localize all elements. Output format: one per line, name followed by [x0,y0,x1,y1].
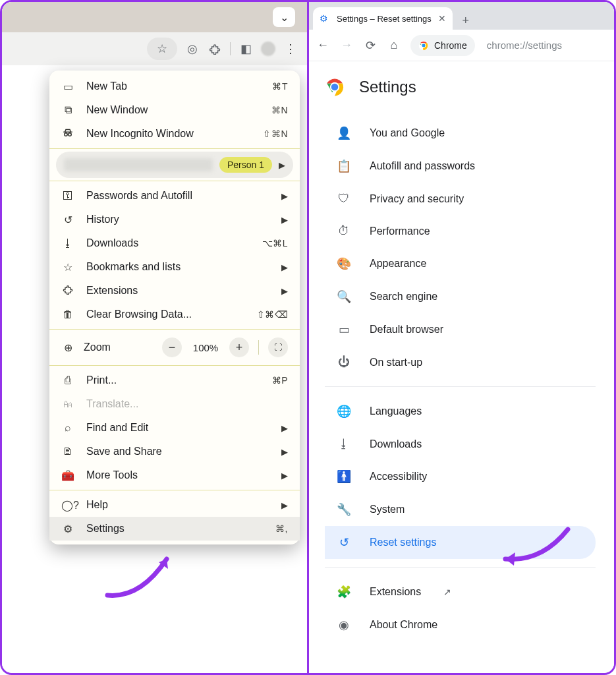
menu-find[interactable]: ⌕ Find and Edit ▶ [49,416,300,440]
menu-new-incognito[interactable]: New Incognito Window ⇧⌘N [49,122,300,146]
close-icon[interactable]: ✕ [438,13,446,24]
browser-tab[interactable]: ⚙ Settings – Reset settings ✕ [313,7,453,30]
toolbar-separator [230,42,231,55]
shortcut: ⌘P [272,375,288,386]
nav-bar: ← → ⟳ ⌂ Chrome chrome://settings [309,30,614,61]
nav-system[interactable]: 🔧System [325,493,596,526]
nav-appearance[interactable]: 🎨Appearance [325,247,596,280]
nav-label: Default browser [370,324,443,336]
nav-label: System [370,504,405,515]
address-url[interactable]: chrome://settings [487,40,562,51]
nav-search-engine[interactable]: 🔍Search engine [325,280,596,313]
menu-divider [49,490,300,490]
left-panel: ⌄ ☆ ◎ ◧ ⋮ ▭ New Tab ⌘T ⧉ New Window ⌘N N… [2,2,309,673]
back-button[interactable]: ← [316,38,330,53]
nav-label: Downloads [370,438,422,450]
nav-performance[interactable]: ⏱Performance [325,215,596,247]
nav-label: On start-up [370,357,422,368]
nav-divider [325,386,596,387]
bookmark-star-button[interactable]: ☆ [147,38,177,60]
menu-label: New Tab [86,80,260,92]
profile-chip: Person 1 [219,157,272,173]
reload-button[interactable]: ⟳ [363,38,378,53]
menu-translate: 🗛 Translate... [49,392,300,416]
chrome-icon [418,40,429,51]
menu-save-share[interactable]: 🗎 Save and Share ▶ [49,440,300,463]
shortcut: ⌘N [271,105,288,115]
menu-new-window[interactable]: ⧉ New Window ⌘N [49,98,300,122]
chevron-right-icon: ▶ [281,262,288,272]
nav-languages[interactable]: 🌐Languages [325,395,596,428]
star-icon: ☆ [61,261,74,274]
menu-extensions[interactable]: Extensions ▶ [49,279,300,303]
nav-default-browser[interactable]: ▭Default browser [325,313,596,346]
menu-label: Bookmarks and lists [86,261,269,273]
zoom-value: 100% [191,342,220,353]
trash-icon: 🗑 [61,308,74,320]
menu-divider [49,181,300,181]
zoom-separator [258,340,259,355]
forward-button: → [339,38,354,53]
fullscreen-button[interactable]: ⛶ [268,338,288,357]
tab-overflow-button[interactable]: ⌄ [273,7,295,27]
menu-clear-data[interactable]: 🗑 Clear Browsing Data... ⇧⌘⌫ [49,303,300,326]
shortcut: ⌥⌘L [262,238,288,249]
svg-point-0 [65,133,68,136]
menu-downloads[interactable]: ⭳ Downloads ⌥⌘L [49,231,300,255]
download-icon: ⭳ [61,237,74,249]
menu-label: Extensions [86,285,269,297]
shield-icon[interactable]: ◎ [185,42,200,56]
puzzle-icon [61,284,74,297]
shortcut: ⌘T [272,81,288,92]
download-icon: ⭳ [337,437,351,451]
menu-label: Translate... [86,398,288,410]
nav-privacy[interactable]: 🛡Privacy and security [325,183,596,215]
menu-label: Find and Edit [86,422,269,434]
extensions-icon[interactable] [208,42,222,56]
nav-reset-settings[interactable]: ↺Reset settings [325,526,596,559]
nav-about-chrome[interactable]: ◉About Chrome [325,608,596,641]
site-chip[interactable]: Chrome [410,35,475,56]
menu-label: Settings [86,523,264,535]
nav-downloads[interactable]: ⭳Downloads [325,428,596,460]
home-button[interactable]: ⌂ [387,38,401,53]
shortcut: ⇧⌘⌫ [257,309,289,320]
power-icon: ⏻ [337,355,351,369]
nav-autofill[interactable]: 📋Autofill and passwords [325,150,596,183]
gear-icon: ⚙ [320,13,330,24]
wrench-icon: 🔧 [337,502,351,517]
nav-extensions[interactable]: 🧩Extensions↗ [325,575,596,608]
new-window-icon: ⧉ [61,104,74,116]
menu-profile-row[interactable]: Person 1 ▶ [56,152,293,178]
menu-new-tab[interactable]: ▭ New Tab ⌘T [49,74,300,98]
menu-label: New Window [86,104,260,116]
menu-bookmarks[interactable]: ☆ Bookmarks and lists ▶ [49,255,300,279]
nav-accessibility[interactable]: 🚹Accessibility [325,460,596,493]
menu-label: Help [86,499,269,511]
menu-passwords[interactable]: ⚿ Passwords and Autofill ▶ [49,184,300,208]
zoom-in-button[interactable]: + [229,338,249,357]
nav-label: Autofill and passwords [370,160,475,172]
menu-history[interactable]: ↺ History ▶ [49,208,300,231]
nav-startup[interactable]: ⏻On start-up [325,346,596,378]
profile-avatar[interactable] [261,42,275,56]
zoom-label: Zoom [84,341,153,353]
menu-divider [49,148,300,149]
shortcut: ⇧⌘N [263,129,288,139]
menu-settings[interactable]: ⚙ Settings ⌘, [49,517,300,541]
new-tab-button[interactable]: + [457,11,475,30]
key-icon: ⚿ [61,190,74,202]
chevron-right-icon: ▶ [281,423,288,433]
menu-label: Save and Share [86,446,269,457]
nav-label: Search engine [370,291,437,303]
menu-help[interactable]: ◯? Help ▶ [49,493,300,517]
menu-label: Print... [86,374,260,386]
zoom-out-button[interactable]: − [162,338,182,357]
menu-more-tools[interactable]: 🧰 More Tools ▶ [49,463,300,487]
toolbox-icon: 🧰 [61,469,74,482]
kebab-menu-button[interactable]: ⋮ [283,42,298,56]
nav-label: Extensions [370,586,421,598]
sidepanel-icon[interactable]: ◧ [238,42,253,56]
nav-you-and-google[interactable]: 👤You and Google [325,117,596,150]
menu-print[interactable]: ⎙ Print... ⌘P [49,368,300,392]
